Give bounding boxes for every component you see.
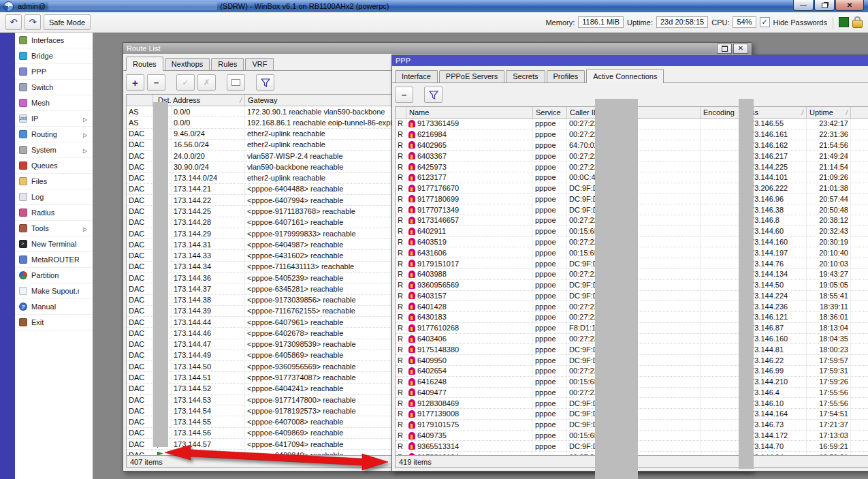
route-list-tab[interactable]: Rules [211, 58, 244, 70]
comment-button[interactable] [227, 74, 245, 91]
ppp-tab[interactable]: Secrets [506, 70, 545, 82]
route-flags: DAC [127, 273, 152, 283]
route-flags: DAC [127, 405, 152, 416]
route-list-tab[interactable]: VRF [245, 58, 274, 70]
ppp-row-flag: R [396, 204, 406, 215]
remove-connection-button[interactable]: − [395, 87, 413, 103]
ppp-row-name: 6402911 [406, 226, 533, 236]
sidebar-item[interactable]: Bridge [15, 48, 93, 64]
sidebar-item[interactable]: Exit [15, 315, 93, 330]
sidebar-item[interactable]: Files [15, 174, 93, 189]
ppp-row-service: pppoe [533, 355, 567, 365]
ppp-tab[interactable]: Active Connections [586, 69, 664, 83]
ppp-titlebar[interactable]: PPP [392, 55, 868, 66]
route-dst-address: 173.144.47 [172, 339, 245, 350]
sidebar-item[interactable]: Queues [15, 158, 93, 174]
sidebar-item[interactable]: MetaROUTER [15, 252, 93, 268]
sidebar-item[interactable]: Make Supout.rif [15, 283, 93, 299]
sidebar-item[interactable]: New Terminal [15, 236, 93, 252]
remove-route-button[interactable]: − [147, 74, 165, 91]
sidebar-item[interactable]: Radius [15, 205, 93, 221]
sidebar-item[interactable]: System [15, 142, 93, 158]
minimize-button[interactable]: — [793, 0, 814, 11]
disable-route-button[interactable]: ✗ [197, 74, 216, 91]
ppp-row-service: pppoe [533, 194, 567, 204]
ppp-row-name: 9177139008 [406, 409, 533, 419]
ppp-row-filler [851, 204, 868, 215]
ppp-row-filler [851, 323, 868, 333]
restore-button[interactable] [814, 0, 835, 11]
filter-button[interactable] [424, 87, 443, 103]
ppp-tab[interactable]: PPPoE Servers [439, 70, 504, 82]
ppp-row-service: pppoe [533, 312, 567, 322]
ppp-row-name-text: 6403367 [417, 152, 447, 160]
sidebar-item[interactable]: Mesh [15, 95, 93, 111]
ppp-row-uptime: 17:55:56 [807, 388, 851, 398]
sidebar-item[interactable]: Routing [15, 127, 93, 142]
close-button[interactable]: ✕ [835, 0, 864, 11]
route-flags: DAC [127, 217, 152, 228]
route-list-tab[interactable]: Nexthops [165, 58, 210, 70]
ppp-row-encoding [701, 398, 744, 408]
ppp-row-name-text: 9360956569 [417, 281, 459, 289]
ppp-row-service: pppoe [533, 280, 567, 290]
ppp-row-service: pppoe [533, 258, 567, 268]
redo-button[interactable]: ↷ [25, 14, 41, 30]
ppp-row-filler [851, 215, 868, 226]
ppp-col-service[interactable]: Service [533, 107, 567, 118]
ppp-row-name-text: 9173146657 [417, 216, 459, 224]
safe-mode-button[interactable]: Safe Mode [44, 14, 91, 30]
ppp-tab[interactable]: Profiles [547, 70, 585, 82]
memory-label: Memory: [545, 18, 575, 27]
sidebar-item[interactable]: PPP [15, 64, 93, 80]
route-list-titlebar[interactable]: Route List ✕ [123, 43, 752, 54]
ppp-row-flag: R [396, 269, 406, 279]
sidebar-item-icon [19, 193, 27, 201]
route-dst-address: 173.144.53 [172, 395, 245, 405]
ppp-row-flag: R [396, 323, 406, 333]
ppp-col-uptime[interactable]: Uptime/ [807, 107, 851, 118]
sidebar-item[interactable]: Tools [15, 221, 93, 236]
undo-button[interactable]: ↶ [5, 14, 22, 30]
sidebar-item-icon [19, 287, 27, 295]
add-route-button[interactable]: + [126, 74, 144, 91]
route-dst-address: 24.0.0/20 [172, 151, 245, 161]
sidebar-item-icon [19, 130, 27, 138]
route-dst-address: 173.144.56 [172, 428, 245, 438]
filter-button[interactable] [256, 74, 274, 91]
sort-asc-icon: / [843, 109, 848, 117]
route-list-maximize-button[interactable] [717, 44, 732, 54]
route-list-tab[interactable]: Routes [126, 57, 163, 71]
route-list-close-button[interactable]: ✕ [733, 44, 748, 54]
sidebar-item[interactable]: IP [15, 111, 93, 127]
ppp-col-name[interactable]: Name [406, 107, 533, 118]
ppp-row-encoding [701, 119, 744, 129]
ppp-col-encoding[interactable]: Encoding [701, 107, 744, 118]
sidebar-item[interactable]: Switch [15, 80, 93, 95]
ppp-row-service: pppoe [533, 140, 567, 151]
sidebar-item[interactable]: Partition [15, 268, 93, 283]
pppoe-user-icon [408, 217, 415, 224]
enable-route-button[interactable]: ✓ [176, 74, 195, 91]
ppp-row-flag: R [396, 441, 406, 451]
hide-passwords-checkbox[interactable]: ✓ [760, 17, 770, 27]
sidebar-item[interactable]: Manual [15, 299, 93, 315]
route-flags: DAC [127, 228, 152, 238]
sidebar-item[interactable]: Log [15, 189, 93, 205]
ppp-row-name: 9128308469 [406, 398, 533, 408]
sidebar-item[interactable]: Interfaces [15, 33, 93, 48]
ppp-row-flag: R [396, 247, 406, 258]
ppp-row-flag: R [396, 312, 406, 322]
ppp-col-flags[interactable] [396, 107, 406, 118]
ppp-tab[interactable]: Interface [395, 70, 438, 82]
route-col-flags[interactable] [127, 95, 152, 106]
pppoe-user-icon [408, 453, 415, 455]
route-flags: DAC [127, 450, 152, 455]
ppp-row-uptime: 19:05:05 [807, 280, 851, 290]
route-flags: DAC [127, 283, 152, 294]
redacted-host-patch [48, 2, 217, 10]
route-flags: DAC [127, 161, 152, 172]
route-dst-address: 0.0/0 [172, 106, 245, 117]
ppp-row-flag: R [396, 452, 406, 455]
restore-icon [822, 3, 828, 8]
